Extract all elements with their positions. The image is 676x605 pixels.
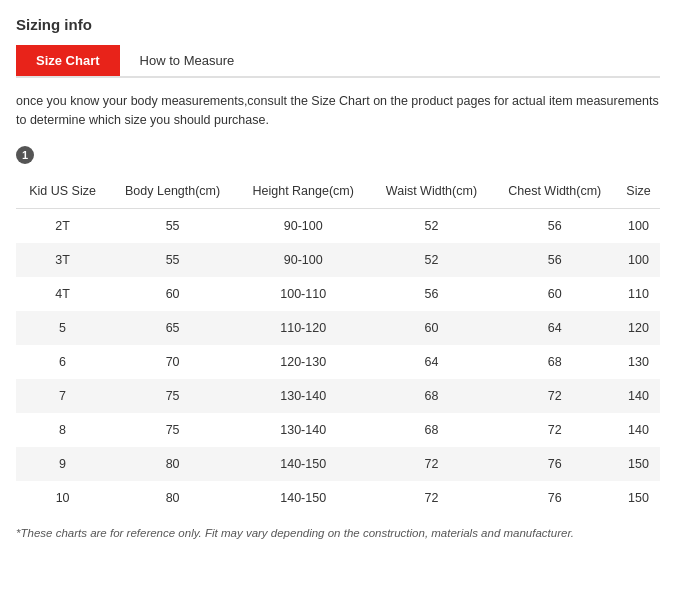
- table-cell: 120-130: [236, 345, 370, 379]
- table-cell: 64: [493, 311, 617, 345]
- table-row: 4T60100-1105660110: [16, 277, 660, 311]
- table-cell: 100-110: [236, 277, 370, 311]
- table-cell: 100: [617, 243, 660, 277]
- tab-how-to-measure[interactable]: How to Measure: [120, 45, 255, 76]
- description-text: once you know your body measurements,con…: [16, 92, 660, 130]
- table-cell: 72: [493, 413, 617, 447]
- table-cell: 9: [16, 447, 109, 481]
- table-cell: 3T: [16, 243, 109, 277]
- table-cell: 90-100: [236, 243, 370, 277]
- footer-note: *These charts are for reference only. Fi…: [16, 527, 660, 539]
- table-cell: 52: [370, 208, 492, 243]
- table-cell: 4T: [16, 277, 109, 311]
- table-col-header: Size: [617, 174, 660, 209]
- table-cell: 80: [109, 481, 236, 515]
- page-title: Sizing info: [16, 16, 660, 33]
- tab-size-chart[interactable]: Size Chart: [16, 45, 120, 76]
- table-cell: 5: [16, 311, 109, 345]
- table-cell: 56: [493, 208, 617, 243]
- table-cell: 140-150: [236, 481, 370, 515]
- table-cell: 60: [493, 277, 617, 311]
- table-cell: 56: [370, 277, 492, 311]
- tab-bar: Size Chart How to Measure: [16, 45, 660, 78]
- table-cell: 100: [617, 208, 660, 243]
- table-cell: 10: [16, 481, 109, 515]
- table-row: 3T5590-1005256100: [16, 243, 660, 277]
- table-col-header: Chest Width(cm): [493, 174, 617, 209]
- table-row: 875130-1406872140: [16, 413, 660, 447]
- table-cell: 68: [370, 413, 492, 447]
- table-cell: 130: [617, 345, 660, 379]
- table-cell: 65: [109, 311, 236, 345]
- table-cell: 70: [109, 345, 236, 379]
- size-table: Kid US SizeBody Length(cm)Height Range(c…: [16, 174, 660, 515]
- table-row: 775130-1406872140: [16, 379, 660, 413]
- table-cell: 75: [109, 413, 236, 447]
- table-cell: 140-150: [236, 447, 370, 481]
- table-cell: 76: [493, 447, 617, 481]
- table-cell: 130-140: [236, 379, 370, 413]
- table-col-header: Body Length(cm): [109, 174, 236, 209]
- table-cell: 110-120: [236, 311, 370, 345]
- table-row: 980140-1507276150: [16, 447, 660, 481]
- table-col-header: Height Range(cm): [236, 174, 370, 209]
- table-row: 2T5590-1005256100: [16, 208, 660, 243]
- table-cell: 6: [16, 345, 109, 379]
- table-cell: 72: [370, 481, 492, 515]
- table-cell: 68: [370, 379, 492, 413]
- table-header-row: Kid US SizeBody Length(cm)Height Range(c…: [16, 174, 660, 209]
- table-row: 1080140-1507276150: [16, 481, 660, 515]
- table-cell: 76: [493, 481, 617, 515]
- table-cell: 72: [493, 379, 617, 413]
- table-cell: 52: [370, 243, 492, 277]
- table-cell: 90-100: [236, 208, 370, 243]
- table-cell: 140: [617, 379, 660, 413]
- table-cell: 80: [109, 447, 236, 481]
- table-cell: 8: [16, 413, 109, 447]
- table-cell: 56: [493, 243, 617, 277]
- table-cell: 150: [617, 447, 660, 481]
- table-cell: 110: [617, 277, 660, 311]
- table-cell: 60: [370, 311, 492, 345]
- table-cell: 120: [617, 311, 660, 345]
- table-cell: 140: [617, 413, 660, 447]
- table-cell: 2T: [16, 208, 109, 243]
- table-col-header: Waist Width(cm): [370, 174, 492, 209]
- step-number: 1: [16, 146, 34, 164]
- table-cell: 130-140: [236, 413, 370, 447]
- table-cell: 55: [109, 243, 236, 277]
- table-cell: 75: [109, 379, 236, 413]
- table-cell: 55: [109, 208, 236, 243]
- table-col-header: Kid US Size: [16, 174, 109, 209]
- table-cell: 64: [370, 345, 492, 379]
- table-row: 565110-1206064120: [16, 311, 660, 345]
- table-cell: 7: [16, 379, 109, 413]
- table-cell: 72: [370, 447, 492, 481]
- table-cell: 60: [109, 277, 236, 311]
- table-cell: 150: [617, 481, 660, 515]
- table-row: 670120-1306468130: [16, 345, 660, 379]
- table-cell: 68: [493, 345, 617, 379]
